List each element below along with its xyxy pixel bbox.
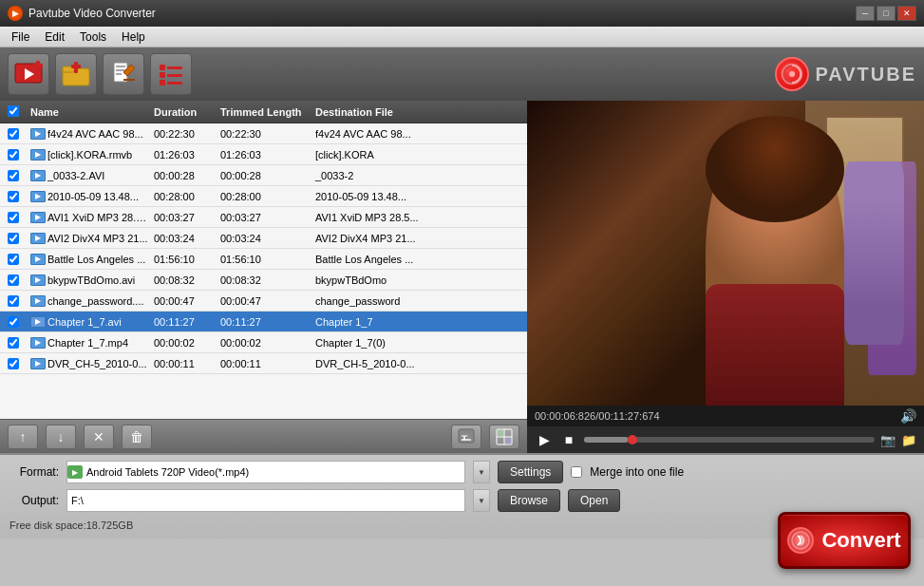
logo-text: PAVTUBE <box>815 64 916 85</box>
row-trimmed: 00:28:00 <box>217 191 311 202</box>
action-toolbar: ↑ ↓ ✕ 🗑 <box>0 419 527 453</box>
move-up-button[interactable]: ↑ <box>8 425 38 449</box>
table-row[interactable]: ▶ _0033-2.AVI 00:00:28 00:00:28 _0033-2 <box>0 165 527 186</box>
svg-rect-30 <box>505 438 511 444</box>
menu-tools[interactable]: Tools <box>72 28 114 46</box>
add-video-button[interactable] <box>8 53 49 95</box>
row-name: ▶ AVI2 DivX4 MP3 21... <box>27 233 150 244</box>
table-row[interactable]: ▶ DVR_CH-5_2010-0... 00:00:11 00:00:11 D… <box>0 353 527 374</box>
row-checkbox[interactable] <box>8 191 19 202</box>
row-trimmed: 01:56:10 <box>217 254 311 265</box>
video-preview <box>527 101 924 406</box>
row-checkbox[interactable] <box>8 128 19 140</box>
open-button[interactable]: Open <box>568 489 620 512</box>
row-checkbox[interactable] <box>8 358 19 369</box>
minimize-button[interactable]: ─ <box>856 6 875 21</box>
remove-button[interactable]: ✕ <box>84 425 114 449</box>
row-checkbox-cell <box>0 128 27 140</box>
format-selector[interactable]: ▶ Android Tablets 720P Video(*.mp4) <box>66 461 465 483</box>
svg-rect-13 <box>160 65 165 70</box>
delete-button[interactable]: 🗑 <box>122 425 152 449</box>
settings-button[interactable]: Settings <box>498 461 563 483</box>
table-row[interactable]: ▶ bkypwTBdOmo.avi 00:08:32 00:08:32 bkyp… <box>0 270 527 291</box>
row-checkbox[interactable] <box>8 337 19 349</box>
app-icon: ▶ <box>8 6 23 21</box>
menu-file[interactable]: File <box>4 28 37 46</box>
maximize-button[interactable]: □ <box>877 6 896 21</box>
main-content: Name Duration Trimmed Length Destination… <box>0 101 924 453</box>
svg-rect-15 <box>160 80 165 85</box>
row-checkbox[interactable] <box>8 149 19 161</box>
merge-checkbox[interactable] <box>571 466 582 478</box>
row-name: ▶ [click].KORA.rmvb <box>27 149 150 161</box>
table-row[interactable]: ▶ [click].KORA.rmvb 01:26:03 01:26:03 [c… <box>0 144 527 165</box>
output-path-input[interactable] <box>66 489 465 512</box>
row-name: ▶ f4v24 AVC AAC 98... <box>27 128 150 140</box>
table-row[interactable]: ▶ AVI1 XviD MP3 28.5... 00:03:27 00:03:2… <box>0 207 527 228</box>
row-checkbox[interactable] <box>8 295 19 307</box>
menu-edit[interactable]: Edit <box>37 28 72 46</box>
row-trimmed: 00:03:24 <box>217 233 311 244</box>
row-checkbox[interactable] <box>8 254 19 265</box>
row-checkbox[interactable] <box>8 274 19 286</box>
snapshot-button[interactable]: 📷 <box>880 433 896 447</box>
seek-bar[interactable] <box>584 437 875 443</box>
row-checkbox-cell <box>0 170 27 181</box>
row-checkbox[interactable] <box>8 212 19 223</box>
video-time-display: 00:00:06:826/00:11:27:674 🔊 <box>527 406 924 426</box>
file-icon: ▶ <box>30 233 46 244</box>
file-list-body[interactable]: ▶ f4v24 AVC AAC 98... 00:22:30 00:22:30 … <box>0 123 527 419</box>
table-row[interactable]: ▶ f4v24 AVC AAC 98... 00:22:30 00:22:30 … <box>0 123 527 144</box>
row-checkbox[interactable] <box>8 170 19 181</box>
row-dest: bkypwTBdOmo <box>311 274 511 286</box>
file-list-header: Name Duration Trimmed Length Destination… <box>0 101 527 123</box>
video-scene <box>527 101 924 406</box>
row-trimmed: 01:26:03 <box>217 149 311 161</box>
output-dropdown-arrow[interactable]: ▼ <box>473 489 490 512</box>
file-icon: ▶ <box>30 274 46 286</box>
toolbar-left <box>8 53 192 95</box>
info-button[interactable] <box>451 425 481 449</box>
table-row[interactable]: ▶ Chapter 1_7.avi 00:11:27 00:11:27 Chap… <box>0 312 527 332</box>
row-name: ▶ _0033-2.AVI <box>27 170 150 181</box>
add-folder-button[interactable] <box>55 53 97 95</box>
grid-button[interactable] <box>489 425 519 449</box>
open-folder-button[interactable]: 📁 <box>901 433 916 447</box>
header-duration: Duration <box>150 106 217 118</box>
play-button[interactable]: ▶ <box>535 430 554 449</box>
convert-label: Convert <box>821 528 900 553</box>
table-row[interactable]: ▶ AVI2 DivX4 MP3 21... 00:03:24 00:03:24… <box>0 228 527 249</box>
file-icon: ▶ <box>30 295 46 307</box>
list-button[interactable] <box>150 53 192 95</box>
format-icon: ▶ <box>67 465 83 479</box>
row-name: ▶ Chapter 1_7.mp4 <box>27 337 150 349</box>
row-duration: 01:56:10 <box>150 254 217 265</box>
browse-button[interactable]: Browse <box>498 489 560 512</box>
menu-help[interactable]: Help <box>114 28 153 46</box>
row-dest: Battle Los Angeles ... <box>311 254 511 265</box>
row-checkbox-cell <box>0 212 27 223</box>
row-name: ▶ 2010-05-09 13.48... <box>27 191 150 202</box>
row-checkbox[interactable] <box>8 233 19 244</box>
window-title: Pavtube Video Converter <box>28 7 156 20</box>
convert-button[interactable]: Convert <box>778 512 911 569</box>
edit-button[interactable] <box>103 53 144 95</box>
close-button[interactable]: ✕ <box>897 6 916 21</box>
file-icon: ▶ <box>30 149 46 161</box>
svg-rect-18 <box>167 82 182 85</box>
move-down-button[interactable]: ↓ <box>46 425 76 449</box>
time-text: 00:00:06:826/00:11:27:674 <box>535 410 660 422</box>
table-row[interactable]: ▶ Battle Los Angeles ... 01:56:10 01:56:… <box>0 249 527 270</box>
row-trimmed: 00:08:32 <box>217 274 311 286</box>
check-all[interactable] <box>8 105 19 117</box>
table-row[interactable]: ▶ change_password.... 00:00:47 00:00:47 … <box>0 291 527 312</box>
row-trimmed: 00:00:02 <box>217 337 311 349</box>
table-row[interactable]: ▶ Chapter 1_7.mp4 00:00:02 00:00:02 Chap… <box>0 332 527 353</box>
format-dropdown-arrow[interactable]: ▼ <box>473 461 490 483</box>
table-row[interactable]: ▶ 2010-05-09 13.48... 00:28:00 00:28:00 … <box>0 186 527 207</box>
format-value: Android Tablets 720P Video(*.mp4) <box>86 466 464 478</box>
row-checkbox[interactable] <box>8 316 19 328</box>
file-icon: ▶ <box>30 254 46 265</box>
format-label: Format: <box>9 465 59 479</box>
stop-button[interactable]: ■ <box>559 430 578 449</box>
